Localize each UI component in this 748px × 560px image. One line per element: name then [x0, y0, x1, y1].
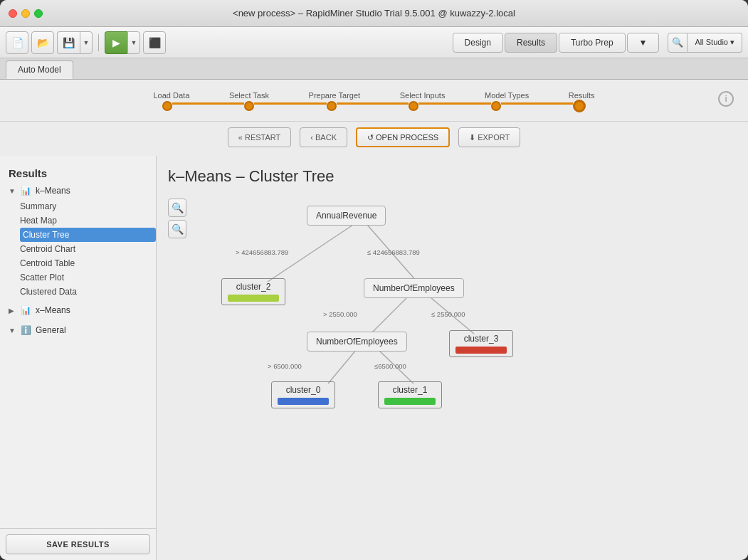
sidebar-item-clustered-data[interactable]: Clustered Data	[20, 285, 156, 299]
sidebar-item-heatmap[interactable]: Heat Map	[20, 213, 156, 228]
line-3	[337, 102, 409, 105]
step-select-task: Select Task	[229, 91, 269, 100]
root-node[interactable]: AnnualRevenue	[307, 206, 386, 226]
window-title: <new process> – RapidMiner Studio Trial …	[233, 8, 515, 19]
design-button[interactable]: Design	[453, 33, 503, 53]
kmeans-children: Summary Heat Map Cluster Tree Centroid C…	[0, 199, 156, 299]
dot-prepare-target[interactable]	[327, 101, 337, 111]
new-button[interactable]: 📄	[6, 31, 28, 54]
action-buttons: « RESTART ‹ BACK ↺ OPEN PROCESS ⬇ EXPORT	[0, 122, 748, 156]
export-button[interactable]: ⬇ EXPORT	[458, 127, 520, 147]
left-edge-label-3: > 6500.000	[268, 362, 302, 370]
turbo-prep-button[interactable]: Turbo Prep	[559, 33, 626, 53]
num-employees-node-2[interactable]: NumberOfEmployees	[364, 278, 464, 298]
dot-results[interactable]	[573, 100, 586, 112]
panel-title: k–Means – Cluster Tree	[168, 167, 737, 186]
play-button[interactable]: ▶	[105, 31, 127, 54]
right-edge-label-1: ≤ 424656883.789	[367, 248, 420, 256]
progress-dots	[154, 100, 595, 112]
sidebar-item-scatter-plot[interactable]: Scatter Plot	[20, 270, 156, 285]
play-dropdown-icon: ▼	[131, 39, 137, 46]
stop-button[interactable]: ⬛	[143, 31, 166, 54]
cluster-0-node[interactable]: cluster_0	[271, 381, 335, 408]
titlebar: <new process> – RapidMiner Studio Trial …	[0, 0, 748, 27]
open-process-button[interactable]: ↺ OPEN PROCESS	[356, 127, 450, 147]
results-button[interactable]: Results	[505, 33, 557, 53]
line-4	[418, 102, 491, 105]
studio-dropdown-button[interactable]: All Studio ▾	[688, 33, 742, 53]
dot-model-types[interactable]	[491, 101, 501, 111]
play-dropdown-button[interactable]: ▼	[127, 31, 140, 54]
kmeans-icon: 📊	[20, 185, 31, 196]
bottom-area: Results ▼ 📊 k–Means Summary Heat Map Clu…	[0, 156, 748, 560]
save-button[interactable]: 💾	[57, 31, 80, 54]
save-dropdown-button[interactable]: ▼	[80, 31, 93, 54]
run-group: ▶ ▼	[105, 31, 140, 54]
cluster-tree-visualization: AnnualRevenue > 424656883.789 ≤ 42465688…	[196, 200, 748, 428]
svg-line-2	[371, 298, 406, 334]
steps-labels: Load Data Select Task Prepare Target Sel…	[154, 91, 595, 100]
back-button[interactable]: ‹ BACK	[300, 127, 347, 147]
line-1	[172, 102, 245, 105]
sidebar-item-clustertree[interactable]: Cluster Tree	[20, 228, 156, 242]
minimize-button[interactable]	[21, 9, 30, 18]
line-2	[254, 102, 327, 105]
main-window: <new process> – RapidMiner Studio Trial …	[0, 0, 748, 560]
save-icon: 💾	[63, 37, 75, 48]
right-edge-label-2: ≤ 2550.000	[431, 310, 465, 318]
studio-label: All Studio ▾	[695, 38, 734, 47]
separator-1	[98, 34, 99, 51]
search-studio-group: 🔍 All Studio ▾	[668, 33, 742, 53]
step-prepare-target: Prepare Target	[309, 91, 361, 100]
xmeans-label: x–Means	[36, 305, 70, 315]
automodel-tab[interactable]: Auto Model	[6, 60, 73, 79]
save-dropdown-icon: ▼	[83, 39, 90, 46]
cluster-1-color	[384, 398, 436, 405]
step-model-types: Model Types	[485, 91, 529, 100]
step-load-data: Load Data	[154, 91, 190, 100]
dot-select-task[interactable]	[244, 101, 254, 111]
close-button[interactable]	[9, 9, 17, 18]
dot-select-inputs[interactable]	[409, 101, 418, 111]
general-icon: ℹ️	[20, 324, 31, 336]
sidebar-item-centroid-table[interactable]: Centroid Table	[20, 256, 156, 270]
cluster-3-color	[455, 347, 507, 354]
dot-load-data[interactable]	[162, 101, 172, 111]
traffic-lights	[9, 9, 43, 18]
zoom-in-button[interactable]: 🔍	[168, 199, 186, 217]
kmeans-header[interactable]: ▼ 📊 k–Means	[0, 182, 156, 199]
cluster-1-node[interactable]: cluster_1	[378, 381, 442, 408]
num-employees-node-3[interactable]: NumberOfEmployees	[307, 332, 407, 352]
svg-line-4	[328, 349, 357, 384]
sidebar-item-centroid-chart[interactable]: Centroid Chart	[20, 242, 156, 256]
sidebar-title: Results	[0, 162, 156, 182]
zoom-in-icon: 🔍	[172, 202, 184, 213]
sidebar-item-summary[interactable]: Summary	[20, 199, 156, 213]
xmeans-arrow: ▶	[9, 307, 16, 315]
new-icon: 📄	[11, 37, 23, 48]
save-results-button[interactable]: SAVE RESULTS	[6, 534, 150, 554]
search-button[interactable]: 🔍	[668, 33, 688, 53]
save-group: 💾 ▼	[57, 31, 93, 54]
info-icon[interactable]: i	[718, 91, 734, 107]
tabbar: Auto Model	[0, 58, 748, 80]
cluster-2-node[interactable]: cluster_2	[221, 278, 285, 305]
view-dropdown-button[interactable]: ▼	[627, 33, 660, 53]
open-button[interactable]: 📂	[31, 31, 54, 54]
cluster-2-color	[228, 295, 279, 302]
kmeans-arrow: ▼	[9, 187, 16, 195]
xmeans-icon: 📊	[20, 305, 31, 316]
zoom-out-button[interactable]: 🔍	[168, 220, 186, 238]
general-section: ▼ ℹ️ General	[0, 322, 156, 339]
toolbar: 📄 📂 💾 ▼ ▶ ▼ ⬛ Design Resu	[0, 27, 748, 58]
cluster-3-node[interactable]: cluster_3	[449, 330, 513, 357]
stop-icon: ⬛	[149, 37, 161, 48]
maximize-button[interactable]	[34, 9, 43, 18]
restart-button[interactable]: « RESTART	[228, 127, 292, 147]
general-label: General	[36, 325, 66, 335]
left-edge-label-2: > 2550.000	[323, 310, 357, 318]
general-header[interactable]: ▼ ℹ️ General	[0, 322, 156, 339]
general-arrow: ▼	[9, 327, 16, 334]
xmeans-header[interactable]: ▶ 📊 x–Means	[0, 302, 156, 319]
step-results: Results	[569, 91, 595, 100]
